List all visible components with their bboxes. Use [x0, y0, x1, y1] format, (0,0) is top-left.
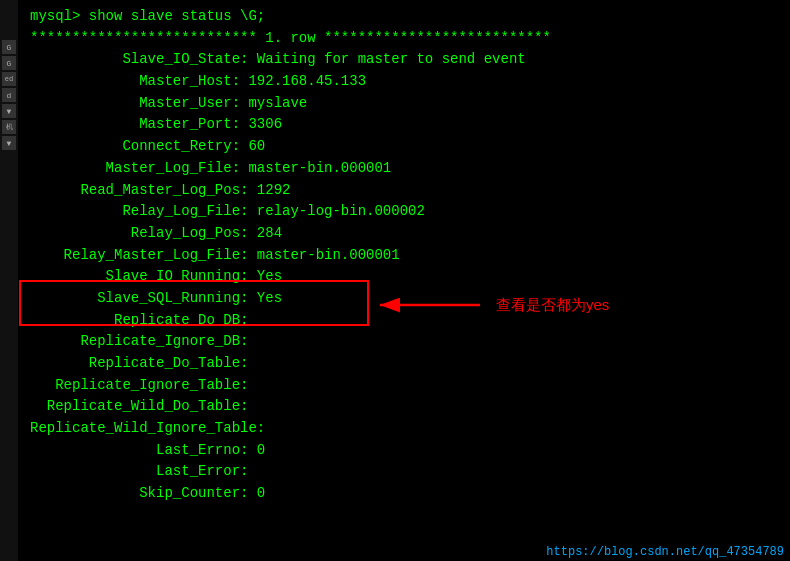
separator-line: *************************** 1. row *****… — [30, 28, 778, 50]
field-row-13: Replicate_Ignore_DB: — [30, 331, 778, 353]
sidebar-item-2[interactable]: G — [2, 56, 16, 70]
field-value-18: 0 — [248, 440, 265, 462]
field-label-15: Replicate_Ignore_Table: — [30, 375, 248, 397]
field-label-16: Replicate_Wild_Do_Table: — [30, 396, 248, 418]
field-label-0: Slave_IO_State: — [30, 49, 248, 71]
field-row-14: Replicate_Do_Table: — [30, 353, 778, 375]
field-label-19: Last_Error: — [30, 461, 248, 483]
field-row-1: Master_Host: 192.168.45.133 — [30, 71, 778, 93]
sidebar-item-4[interactable]: d — [2, 88, 16, 102]
field-value-6: 1292 — [248, 180, 290, 202]
field-value-0: Waiting for master to send event — [248, 49, 525, 71]
field-label-11: Slave_SQL_Running: — [30, 288, 248, 310]
field-label-9: Relay_Master_Log_File: — [30, 245, 248, 267]
status-url: https://blog.csdn.net/qq_47354789 — [546, 545, 784, 559]
fields-container: Slave_IO_State: Waiting for master to se… — [30, 49, 778, 504]
field-row-3: Master_Port: 3306 — [30, 114, 778, 136]
field-label-6: Read_Master_Log_Pos: — [30, 180, 248, 202]
field-label-2: Master_User: — [30, 93, 240, 115]
field-label-7: Relay_Log_File: — [30, 201, 248, 223]
field-row-19: Last_Error: — [30, 461, 778, 483]
sidebar-item-5[interactable]: ▼ — [2, 104, 16, 118]
command-text: mysql> show slave status \G; — [30, 6, 265, 28]
field-row-17: Replicate_Wild_Ignore_Table: — [30, 418, 778, 440]
terminal-content: mysql> show slave status \G; ***********… — [26, 4, 782, 507]
field-label-13: Replicate_Ignore_DB: — [30, 331, 248, 353]
field-label-1: Master_Host: — [30, 71, 240, 93]
field-value-10: Yes — [248, 266, 282, 288]
field-row-6: Read_Master_Log_Pos: 1292 — [30, 180, 778, 202]
field-label-4: Connect_Retry: — [30, 136, 240, 158]
field-label-8: Relay_Log_Pos: — [30, 223, 248, 245]
field-value-7: relay-log-bin.000002 — [248, 201, 424, 223]
field-value-3: 3306 — [240, 114, 282, 136]
field-label-20: Skip_Counter: — [30, 483, 248, 505]
left-sidebar: G G ed d ▼ 机 ▼ — [0, 0, 18, 561]
command-line: mysql> show slave status \G; — [30, 6, 778, 28]
field-row-7: Relay_Log_File: relay-log-bin.000002 — [30, 201, 778, 223]
sidebar-item-7[interactable]: ▼ — [2, 136, 16, 150]
field-row-18: Last_Errno: 0 — [30, 440, 778, 462]
sidebar-item-3[interactable]: ed — [2, 72, 16, 86]
field-row-5: Master_Log_File: master-bin.000001 — [30, 158, 778, 180]
field-row-4: Connect_Retry: 60 — [30, 136, 778, 158]
field-label-12: Replicate_Do_DB: — [30, 310, 248, 332]
field-value-9: master-bin.000001 — [248, 245, 399, 267]
field-value-1: 192.168.45.133 — [240, 71, 366, 93]
field-row-16: Replicate_Wild_Do_Table: — [30, 396, 778, 418]
field-row-20: Skip_Counter: 0 — [30, 483, 778, 505]
field-value-11: Yes — [248, 288, 282, 310]
separator-text: *************************** 1. row *****… — [30, 28, 551, 50]
field-value-4: 60 — [240, 136, 265, 158]
field-row-0: Slave_IO_State: Waiting for master to se… — [30, 49, 778, 71]
field-label-17: Replicate_Wild_Ignore_Table: — [30, 418, 265, 440]
field-row-15: Replicate_Ignore_Table: — [30, 375, 778, 397]
field-label-5: Master_Log_File: — [30, 158, 240, 180]
field-label-10: Slave_IO_Running: — [30, 266, 248, 288]
field-row-2: Master_User: myslave — [30, 93, 778, 115]
arrow-annotation: 查看是否都为yes — [370, 285, 609, 325]
field-label-14: Replicate_Do_Table: — [30, 353, 248, 375]
field-label-3: Master_Port: — [30, 114, 240, 136]
field-row-9: Relay_Master_Log_File: master-bin.000001 — [30, 245, 778, 267]
annotation-text: 查看是否都为yes — [496, 296, 609, 315]
field-value-20: 0 — [248, 483, 265, 505]
field-label-18: Last_Errno: — [30, 440, 248, 462]
sidebar-item-6[interactable]: 机 — [2, 120, 16, 134]
field-value-8: 284 — [248, 223, 282, 245]
sidebar-item-1[interactable]: G — [2, 40, 16, 54]
field-value-2: myslave — [240, 93, 307, 115]
terminal-window: G G ed d ▼ 机 ▼ mysql> show slave status … — [0, 0, 790, 561]
field-row-8: Relay_Log_Pos: 284 — [30, 223, 778, 245]
status-bar: https://blog.csdn.net/qq_47354789 — [540, 543, 790, 561]
field-value-5: master-bin.000001 — [240, 158, 391, 180]
arrow-icon — [370, 285, 490, 325]
